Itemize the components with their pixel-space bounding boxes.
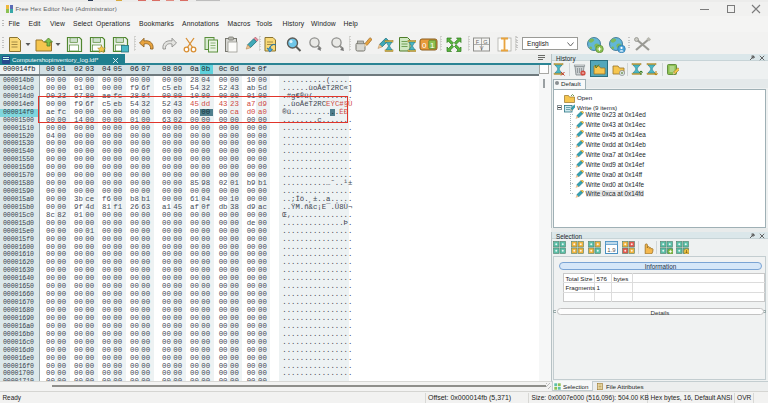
svg-text:V: V	[480, 45, 484, 51]
svg-text:1: 1	[430, 40, 435, 49]
svg-text:1.9: 1.9	[607, 246, 616, 252]
svg-text:G: G	[483, 38, 487, 44]
svg-text:0: 0	[422, 40, 427, 49]
